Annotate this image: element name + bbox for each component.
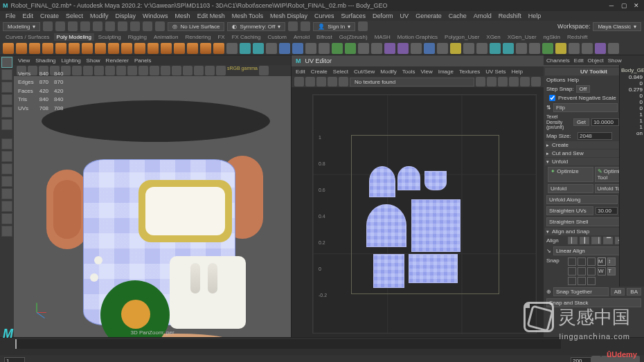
shelf-tab-polymodeling[interactable]: Poly Modeling (54, 33, 94, 41)
uv-menu-create[interactable]: Create (311, 69, 328, 75)
menu-redshift[interactable]: Redshift (499, 12, 521, 19)
align-right-button[interactable]: ▕ (591, 237, 601, 244)
uv-menu-view[interactable]: View (421, 69, 433, 75)
workspace-dropdown[interactable]: Maya Classic▾ (593, 22, 641, 31)
shelf-button-plane[interactable] (69, 43, 80, 54)
shelf-button[interactable] (292, 43, 303, 54)
layout-uv[interactable] (1, 213, 12, 224)
shelf-tab[interactable]: XGen_User (505, 33, 539, 41)
rotate-tool[interactable] (1, 107, 12, 118)
vp-menu-show[interactable]: Show (87, 57, 100, 64)
statusline-icon[interactable] (288, 21, 298, 31)
shelf-button-pyramid[interactable] (108, 43, 119, 54)
shelf-tab[interactable]: Rigging (125, 33, 150, 41)
workspace-mode-dropdown[interactable]: Modeling▾ (3, 22, 40, 31)
menu-edit[interactable]: Edit (23, 12, 34, 19)
shelf-button-svg[interactable] (213, 43, 224, 54)
straighten-angle-input[interactable] (596, 207, 618, 215)
minimize-button[interactable]: ─ (607, 1, 616, 10)
statusline-icon[interactable] (155, 21, 165, 31)
shelf-button-torus[interactable] (55, 43, 66, 54)
shelf-button[interactable] (253, 43, 264, 54)
shelf-button[interactable] (608, 43, 619, 54)
shelf-tab[interactable]: Curves / Surfaces (3, 33, 53, 41)
statusline-icon[interactable] (68, 21, 78, 31)
statusline-icon[interactable] (93, 21, 102, 31)
shelf-button[interactable] (529, 43, 540, 54)
vp-icon[interactable] (161, 66, 170, 75)
shelf-button[interactable] (305, 43, 316, 54)
snap-and-stack-button[interactable]: Snap and Stack (546, 298, 641, 307)
playback-rewind-icon[interactable] (591, 356, 601, 362)
vp-icon[interactable] (216, 66, 226, 75)
menu-create[interactable]: Create (40, 12, 59, 19)
menu-file[interactable]: File (6, 12, 16, 19)
shelf-button-helix[interactable] (147, 43, 159, 54)
menu-meshtools[interactable]: Mesh Tools (232, 12, 263, 19)
vp-icon[interactable] (205, 66, 215, 75)
menu-generate[interactable]: Generate (415, 12, 442, 19)
uv-tb-icon[interactable] (316, 77, 326, 87)
shelf-button[interactable] (358, 43, 369, 54)
uv-tb-icon[interactable] (509, 77, 519, 87)
shelf-button-sphere[interactable] (3, 43, 14, 54)
uv-menu-help[interactable]: Help (512, 69, 523, 75)
vp-icon[interactable] (105, 66, 115, 75)
shelf-tab[interactable]: Arnold (291, 33, 312, 41)
snap-grid-match[interactable]: M↕ WT (598, 257, 616, 275)
vp-menu-lighting[interactable]: Lighting (62, 57, 81, 64)
close-button[interactable]: ✕ (632, 1, 641, 10)
menu-help[interactable]: Help (528, 12, 542, 19)
colorspace-label[interactable]: sRGB gamma (227, 66, 258, 75)
vp-icon[interactable] (83, 66, 93, 75)
ch-tab[interactable]: Channels (546, 57, 570, 64)
menu-curves[interactable]: Curves (314, 12, 334, 19)
shelf-button[interactable] (503, 43, 514, 54)
channel-value[interactable]: 0.279 (621, 87, 643, 93)
shelf-button[interactable] (595, 43, 606, 54)
vp-icon[interactable] (259, 66, 269, 75)
statusline-icon[interactable] (358, 21, 368, 31)
menu-select[interactable]: Select (66, 12, 83, 19)
menu-surfaces[interactable]: Surfaces (341, 12, 366, 19)
shelf-tab[interactable]: Go(Zbrush) (337, 33, 370, 41)
ch-tab[interactable]: Show (608, 57, 622, 64)
shelf-tab[interactable]: Rendering (182, 33, 213, 41)
shelf-button[interactable] (266, 43, 277, 54)
shelf-button[interactable] (463, 43, 474, 54)
unfold-along-button[interactable]: Unfold Along (546, 195, 618, 204)
uv-viewport[interactable]: 1 0.8 0.6 0.4 0.2 0 -0.2 (292, 87, 544, 337)
layout-four[interactable] (1, 151, 12, 162)
layout-graph[interactable] (1, 188, 12, 199)
uv-menu-tools[interactable]: Tools (402, 69, 415, 75)
uv-menu-edit[interactable]: Edit (296, 69, 305, 75)
vp-menu-view[interactable]: View (18, 57, 30, 64)
menu-deform[interactable]: Deform (373, 12, 393, 19)
maximize-button[interactable]: ▢ (619, 1, 629, 10)
uv-texture-dropdown[interactable]: No texture found (350, 78, 474, 87)
statusline-icon[interactable] (105, 21, 115, 31)
shelf-button[interactable] (476, 43, 488, 54)
uv-tb-icon[interactable] (520, 77, 530, 87)
shelf-button[interactable] (424, 43, 435, 54)
range-end-input[interactable] (571, 357, 591, 363)
lasso-tool[interactable] (1, 69, 12, 80)
vp-menu-shading[interactable]: Shading (35, 57, 55, 64)
shelf-tab[interactable]: Animation (151, 33, 181, 41)
range-slider[interactable] (0, 355, 644, 362)
ch-tab[interactable]: Edit (574, 57, 584, 64)
symmetry-dropdown[interactable]: ◐Symmetry: Off▾ (227, 22, 285, 31)
paint-select-tool[interactable] (1, 82, 12, 93)
shelf-button[interactable] (516, 43, 527, 54)
uvtk-menu-help[interactable]: Help (568, 77, 579, 83)
menu-windows[interactable]: Windows (143, 12, 168, 19)
channel-value[interactable]: 0 (621, 93, 643, 99)
shelf-tab[interactable]: Redshift (564, 33, 590, 41)
shelf-button[interactable] (490, 43, 501, 54)
shelf-button-pipe[interactable] (134, 43, 145, 54)
channel-value[interactable]: 0 (621, 105, 643, 111)
uv-menu-textures[interactable]: Textures (459, 69, 480, 75)
signin-button[interactable]: 👤Sign In▾ (313, 22, 355, 31)
statusline-icon[interactable] (43, 21, 53, 31)
optimize-button[interactable]: ✦ Optimize (548, 167, 593, 182)
